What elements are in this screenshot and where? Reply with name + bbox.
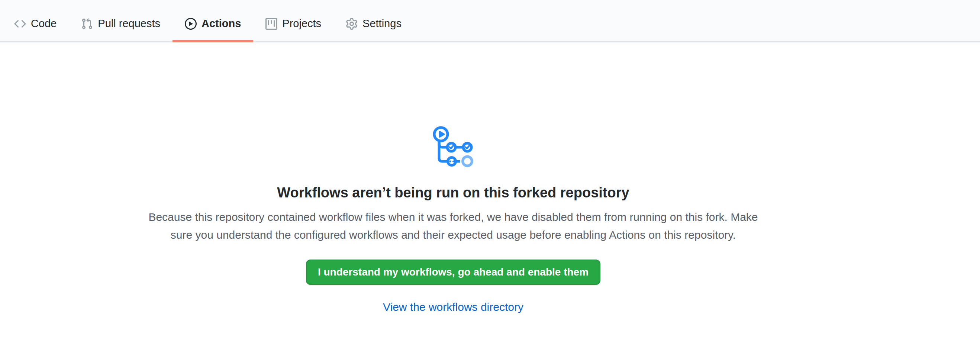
description-line-2: sure you understand the configured workf… (0, 226, 907, 244)
repo-nav: Code Pull requests Actions Projects Sett… (0, 0, 980, 42)
tab-code[interactable]: Code (2, 6, 69, 41)
tab-code-label: Code (31, 18, 57, 29)
git-pull-request-icon (81, 18, 93, 30)
play-icon (185, 18, 197, 30)
enable-workflows-button[interactable]: I understand my workflows, go ahead and … (306, 259, 600, 285)
empty-state-description: Because this repository contained workfl… (0, 208, 907, 244)
active-tab-underline (172, 40, 253, 42)
workflow-graph-icon (0, 125, 907, 167)
description-line-1: Because this repository contained workfl… (0, 208, 907, 226)
tab-actions-label: Actions (202, 18, 241, 29)
page-title: Workflows aren’t being run on this forke… (0, 184, 907, 202)
project-icon (266, 18, 277, 30)
code-icon (14, 18, 26, 30)
tab-pull-requests-label: Pull requests (98, 18, 160, 29)
view-workflows-directory-link[interactable]: View the workflows directory (383, 301, 523, 313)
tab-pull-requests[interactable]: Pull requests (69, 6, 172, 41)
tab-actions[interactable]: Actions (172, 6, 253, 41)
tab-settings[interactable]: Settings (334, 6, 414, 41)
actions-empty-state: Workflows aren’t being run on this forke… (0, 125, 907, 316)
tab-settings-label: Settings (363, 18, 401, 29)
gear-icon (346, 18, 358, 30)
tab-projects-label: Projects (282, 18, 321, 29)
tab-projects[interactable]: Projects (253, 6, 334, 41)
